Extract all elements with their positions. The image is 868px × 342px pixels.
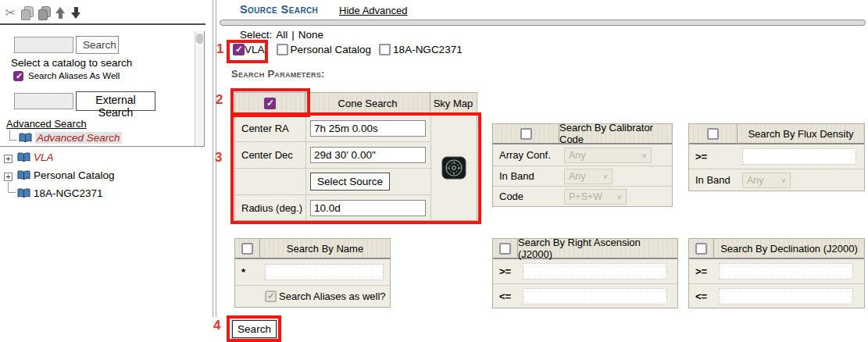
flux-checkbox[interactable] [707, 128, 719, 140]
tree-item-label: 18A-NGC2371 [34, 187, 103, 199]
advanced-search-link[interactable]: Advanced Search [6, 118, 87, 130]
sidebar-scrollbar[interactable] [195, 31, 204, 146]
in-band-label: In Band [493, 166, 559, 186]
calibrator-checkbox[interactable] [520, 128, 532, 140]
name-checkbox[interactable] [241, 243, 253, 255]
empty-cell [235, 285, 260, 307]
cone-search-header-checkbox-cell [235, 93, 305, 115]
center-ra-cell [305, 115, 430, 141]
select-line: Select: All | None [240, 29, 323, 41]
calibrator-header: Search By Calibrator Code [559, 124, 672, 144]
toolbar-divider [0, 23, 205, 25]
personal-catalog-checkbox[interactable] [277, 44, 288, 55]
external-search-input[interactable] [14, 93, 73, 109]
sidebar-search-input[interactable] [14, 37, 73, 53]
name-aliases-label: Search Aliases as well? [279, 290, 386, 302]
search-by-name-table: Search By Name * Search Aliases as well? [234, 238, 391, 308]
select-separator: | [291, 29, 295, 41]
flux-header-checkbox-cell [689, 124, 738, 144]
array-conf-cell: Any [559, 144, 672, 166]
radius-cell [305, 194, 430, 220]
dec-ge-label: >= [689, 259, 714, 283]
center-ra-input[interactable] [310, 120, 426, 137]
hide-advanced-link[interactable]: Hide Advanced [339, 5, 407, 16]
personal-catalog-label: Personal Catalog [291, 44, 372, 55]
book-icon [17, 188, 30, 198]
copy-icon[interactable] [21, 6, 33, 19]
tree-connector [8, 182, 16, 193]
ra-header: Search By Right Ascension (J2000) [518, 239, 677, 259]
select-all-link[interactable]: All [276, 29, 288, 41]
search-aliases-checkbox[interactable] [13, 71, 23, 81]
cone-search-checkbox[interactable] [264, 98, 276, 109]
expand-personal-catalog-icon[interactable] [4, 173, 13, 181]
empty-cell [235, 168, 305, 194]
radius-input[interactable] [310, 200, 426, 216]
ra-le-cell [518, 283, 677, 308]
center-ra-label: Center RA [235, 115, 305, 141]
chevron-down-icon [602, 173, 608, 180]
search-parameters-title: Search Parameters: [231, 68, 325, 80]
annotation-number-1: 1 [216, 41, 223, 57]
select-prefix: Select: [240, 29, 272, 41]
sidebar-search-panel: Search Select a catalog to search Search… [0, 31, 205, 147]
sidebar-scrollbar-thumb[interactable] [196, 34, 203, 44]
code-cell: P+S+W [559, 186, 672, 206]
name-input-cell [260, 259, 390, 285]
app-window: ✂ Search Select a catalog to search Sear… [0, 0, 868, 342]
search-by-dec-table: Search By Declination (J2000) >= <= [688, 238, 865, 308]
dec-le-input[interactable] [719, 288, 853, 305]
annotation-number-2: 2 [216, 92, 223, 108]
select-none-link[interactable]: None [298, 29, 323, 41]
tree-item-advanced-search[interactable]: Advanced Search [19, 132, 122, 144]
name-header-checkbox-cell [235, 239, 260, 259]
flux-ge-input[interactable] [742, 148, 856, 165]
code-select: P+S+W [564, 189, 627, 205]
move-down-icon[interactable] [71, 6, 81, 20]
ngc2371-checkbox[interactable] [379, 44, 391, 55]
sky-map-header: Sky Map [430, 93, 476, 115]
search-by-ra-table: Search By Right Ascension (J2000) >= <= [492, 238, 678, 308]
search-button[interactable]: Search [232, 320, 277, 338]
dec-checkbox[interactable] [695, 243, 707, 255]
select-source-button[interactable]: Select Source [310, 173, 390, 191]
tree-item-ngc2371[interactable]: 18A-NGC2371 [17, 187, 103, 199]
ngc2371-label: 18A-NGC2371 [393, 44, 463, 55]
book-icon [17, 170, 30, 180]
chevron-down-icon [641, 151, 647, 159]
center-dec-input[interactable] [310, 147, 426, 163]
flux-band-label: In Band [689, 169, 738, 191]
array-conf-label: Array Conf. [493, 144, 559, 166]
ra-checkbox[interactable] [499, 243, 511, 255]
chevron-down-icon [780, 176, 786, 184]
ra-header-checkbox-cell [493, 239, 518, 259]
flux-ge-label: >= [689, 144, 738, 169]
horizontal-scrollbar[interactable] [220, 20, 866, 26]
cone-search-table: Cone Search Sky Map Center RA Center Dec… [234, 92, 477, 221]
move-up-icon[interactable] [55, 6, 66, 20]
tree-item-personal-catalog[interactable]: Personal Catalog [17, 169, 115, 181]
ra-ge-input[interactable] [523, 263, 667, 280]
flux-header: Search By Flux Density [738, 124, 864, 144]
dec-ge-cell [714, 259, 864, 283]
sky-map-icon[interactable] [441, 156, 466, 180]
dec-header: Search By Declination (J2000) [714, 239, 864, 259]
name-header: Search By Name [260, 239, 390, 259]
search-aliases-label: Search Aliases As Well [28, 71, 120, 80]
name-input[interactable] [265, 264, 384, 280]
ra-le-input[interactable] [523, 288, 667, 305]
dec-ge-input[interactable] [719, 263, 853, 280]
cut-icon[interactable]: ✂ [5, 5, 16, 21]
in-band-cell: Any [559, 166, 672, 186]
ra-ge-label: >= [493, 259, 518, 283]
flux-density-table: Search By Flux Density >= In Band Any [688, 123, 865, 191]
in-band-select: Any [564, 169, 613, 184]
dec-le-label: <= [689, 283, 714, 308]
paste-icon[interactable] [38, 6, 50, 19]
external-search-button[interactable]: External Search [76, 91, 155, 111]
vla-checkbox[interactable] [233, 44, 245, 55]
expand-vla-icon[interactable] [4, 155, 13, 163]
tree-item-vla[interactable]: VLA [17, 151, 54, 163]
book-icon [17, 152, 30, 162]
sidebar-search-button[interactable]: Search [76, 36, 119, 54]
